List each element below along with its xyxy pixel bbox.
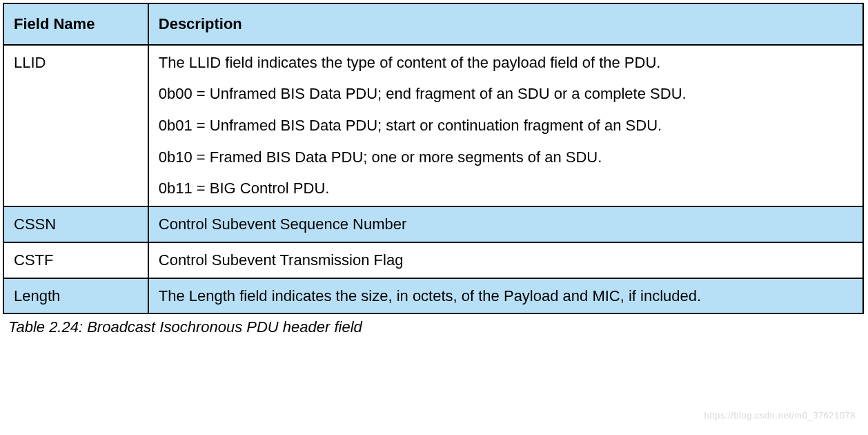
table-row: CSSNControl Subevent Sequence Number (3, 206, 863, 242)
description-line: 0b10 = Framed BIS Data PDU; one or more … (159, 147, 853, 168)
table-row: LLIDThe LLID field indicates the type of… (3, 45, 863, 206)
header-field-table: Field Name Description LLIDThe LLID fiel… (3, 3, 864, 314)
description-cell: The Length field indicates the size, in … (148, 278, 863, 314)
description-line: The LLID field indicates the type of con… (159, 52, 853, 73)
field-name-cell: Length (3, 278, 148, 314)
field-name-cell: CSSN (3, 206, 148, 242)
description-line: Control Subevent Sequence Number (159, 214, 853, 235)
description-line: The Length field indicates the size, in … (159, 286, 853, 307)
table-row: LengthThe Length field indicates the siz… (3, 278, 863, 314)
description-cell: The LLID field indicates the type of con… (148, 45, 863, 206)
description-line: 0b11 = BIG Control PDU. (159, 178, 853, 199)
col-header-field: Field Name (3, 3, 148, 45)
description-line: 0b01 = Unframed BIS Data PDU; start or c… (159, 115, 853, 136)
description-line: Control Subevent Transmission Flag (159, 250, 853, 271)
col-header-description: Description (148, 3, 863, 45)
field-name-cell: CSTF (3, 242, 148, 278)
description-cell: Control Subevent Sequence Number (148, 206, 863, 242)
description-line: 0b00 = Unframed BIS Data PDU; end fragme… (159, 84, 853, 104)
table-row: CSTFControl Subevent Transmission Flag (3, 242, 863, 278)
table-header-row: Field Name Description (3, 3, 863, 45)
table-caption: Table 2.24: Broadcast Isochronous PDU he… (8, 318, 865, 336)
field-name-cell: LLID (3, 45, 148, 206)
description-cell: Control Subevent Transmission Flag (148, 242, 863, 278)
